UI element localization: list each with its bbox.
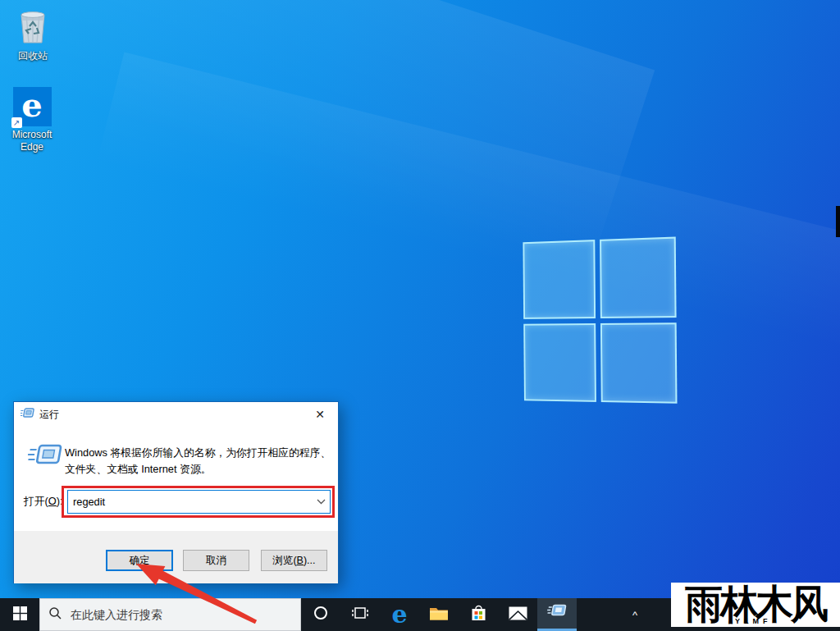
file-explorer-button[interactable] [419, 598, 459, 631]
open-label-post: ): [57, 495, 63, 507]
taskbar-run-app-button[interactable] [537, 598, 577, 631]
run-icon [21, 408, 34, 421]
tray-expand-icon[interactable]: ^ [623, 598, 647, 631]
run-command-input[interactable] [68, 496, 312, 508]
wallpaper-light-ray [97, 53, 840, 359]
cancel-button[interactable]: 取消 [183, 550, 249, 571]
browse-button[interactable]: 浏览(B)... [261, 550, 327, 571]
store-button[interactable] [459, 598, 498, 631]
search-icon [48, 606, 62, 624]
ok-button[interactable]: 确定 [106, 550, 173, 571]
search-input[interactable] [71, 608, 267, 621]
run-dialog-titlebar[interactable]: 运行 ✕ [14, 402, 338, 427]
run-dialog-message: Windows 将根据你所输入的名称，为你打开相应的程序、 文件夹、文档或 In… [65, 445, 331, 478]
watermark-subtext: YLMF [735, 617, 772, 625]
desktop-icon-recycle-bin[interactable]: 回收站 [2, 8, 64, 62]
start-button[interactable] [0, 598, 39, 631]
taskbar-search-box[interactable] [39, 598, 301, 631]
edge-icon: e ↗ [13, 87, 52, 126]
file-explorer-icon [429, 606, 449, 624]
open-label-key: O [48, 495, 57, 507]
dialog-title: 运行 [39, 408, 59, 422]
microsoft-store-icon [470, 605, 487, 625]
run-dialog-footer: 确定 取消 浏览(B)... [14, 531, 338, 583]
windows-logo-pane [523, 240, 596, 319]
mail-button[interactable] [498, 598, 537, 631]
desktop-icon-label: 回收站 [2, 50, 64, 62]
desktop-icon-label: Microsoft Edge [1, 129, 63, 153]
run-dialog: 运行 ✕ Windows 将根据你所输入的名称，为你打开相应的程序、 文件夹、文… [13, 401, 339, 583]
browse-label-post: )... [304, 555, 316, 566]
browse-label-pre: 浏览( [272, 555, 296, 566]
windows-logo-icon [13, 606, 27, 624]
run-icon-large [27, 443, 65, 475]
shortcut-arrow-icon: ↗ [11, 117, 22, 128]
screen-edge-artifact [836, 206, 840, 237]
edge-letter-glyph: e [21, 89, 42, 121]
close-icon[interactable]: ✕ [308, 405, 331, 423]
cortana-icon [313, 606, 328, 624]
mail-icon [509, 606, 527, 624]
task-view-icon [352, 606, 368, 623]
chevron-down-icon[interactable] [312, 499, 330, 505]
recycle-bin-icon [16, 33, 49, 47]
edge-icon: e [391, 602, 407, 627]
open-label-pre: 打开( [24, 495, 48, 507]
ylmf-watermark: 雨林木风 YLMF [671, 583, 840, 627]
browse-label-key: B [297, 555, 304, 566]
cortana-button[interactable] [301, 598, 340, 631]
message-line-2: 文件夹、文档或 Internet 资源。 [65, 461, 331, 478]
wallpaper-light-ray [0, 0, 655, 273]
open-field-label: 打开(O): [24, 495, 63, 509]
windows-wallpaper-logo [523, 237, 677, 404]
windows-logo-pane [523, 323, 596, 402]
message-line-1: Windows 将根据你所输入的名称，为你打开相应的程序、 [65, 445, 331, 461]
desktop-icon-edge[interactable]: e ↗ Microsoft Edge [1, 87, 63, 153]
windows-logo-pane [600, 322, 678, 404]
run-command-combobox[interactable] [67, 490, 331, 514]
windows-logo-pane [600, 237, 677, 318]
task-view-button[interactable] [340, 598, 380, 631]
run-app-icon [547, 604, 568, 623]
taskbar-edge-button[interactable]: e [380, 598, 419, 631]
